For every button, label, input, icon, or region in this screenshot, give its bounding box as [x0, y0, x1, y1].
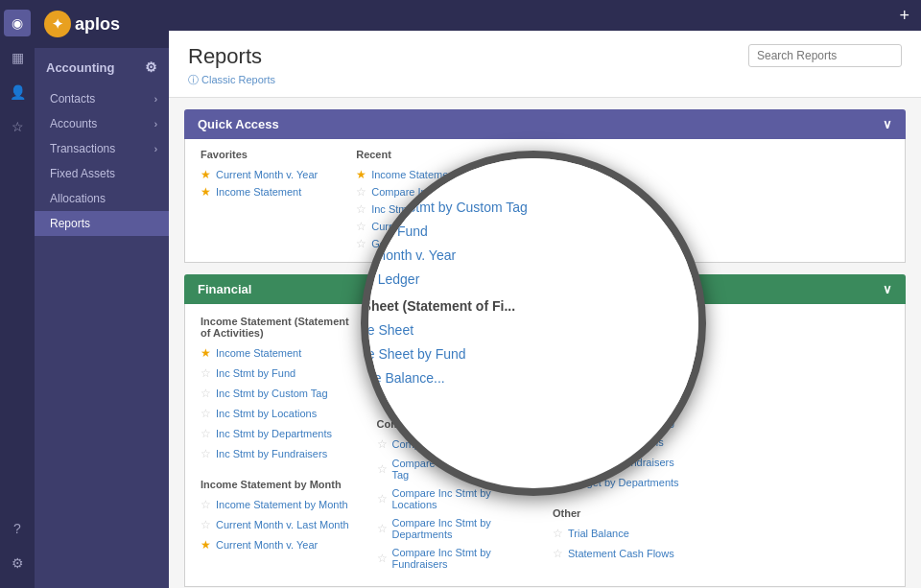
- star-icon[interactable]: ☆: [201, 366, 211, 380]
- report-link[interactable]: Inc Stmt by Fundraisers: [216, 448, 327, 459]
- list-item[interactable]: ☆Income Statement by Month: [201, 496, 362, 513]
- list-item[interactable]: ★ Current Month v. Year: [201, 166, 318, 183]
- report-link[interactable]: Balance Sheet: [392, 347, 461, 359]
- report-link[interactable]: Inc Stmt by Locations: [216, 408, 317, 419]
- star-icon[interactable]: ☆: [377, 437, 388, 451]
- add-icon[interactable]: +: [899, 6, 909, 26]
- star-icon[interactable]: ★: [356, 168, 366, 181]
- list-item[interactable]: ☆ General Ledger: [356, 235, 530, 252]
- report-link[interactable]: Budget by Custom Tag: [568, 416, 674, 428]
- list-item[interactable]: ★ Income Statement: [201, 183, 318, 200]
- list-item[interactable]: ☆Budget by Fund: [553, 393, 714, 411]
- star-icon[interactable]: ☆: [201, 387, 211, 400]
- report-link[interactable]: Year to Date: [568, 336, 626, 347]
- list-item[interactable]: ☆Trial Balance: [553, 525, 714, 542]
- report-link[interactable]: Inc Stmt by Departments: [216, 428, 332, 439]
- list-item[interactable]: ☆Inc Stmt by Fundraisers: [201, 445, 362, 462]
- star-icon[interactable]: ★: [201, 538, 211, 552]
- list-item[interactable]: ☆Current Month v. Last Month: [553, 353, 714, 370]
- report-link[interactable]: Income Statement by Month: [216, 499, 348, 510]
- star-icon[interactable]: ☆: [553, 415, 563, 429]
- gear-icon[interactable]: ⚙: [145, 59, 157, 75]
- report-link[interactable]: Compare Inc Stmt by Custom Tag: [392, 458, 538, 481]
- search-input[interactable]: [748, 44, 902, 67]
- star-icon[interactable]: ☆: [377, 522, 388, 535]
- star-icon[interactable]: ☆: [356, 185, 366, 199]
- report-link[interactable]: Current Month v. Year: [568, 376, 670, 388]
- report-link[interactable]: Income Statement: [371, 169, 457, 180]
- report-link[interactable]: Current Month v. Year: [216, 169, 318, 180]
- people-icon[interactable]: 👤: [4, 79, 31, 106]
- nav-item-fixed-assets[interactable]: Fixed Assets: [35, 161, 169, 186]
- classic-reports-link[interactable]: ⓘ Classic Reports: [188, 73, 275, 87]
- report-link[interactable]: Trial Balance: [568, 528, 629, 539]
- chart-icon[interactable]: ▦: [4, 44, 31, 71]
- star-icon[interactable]: ☆: [377, 492, 388, 506]
- report-link[interactable]: Budget by Departments: [568, 477, 679, 488]
- dashboard-icon[interactable]: ◉: [4, 10, 31, 36]
- report-link[interactable]: Inc Stmt by Fund: [371, 203, 451, 215]
- report-link[interactable]: Inc Stmt by Fund: [216, 367, 295, 379]
- report-link[interactable]: General Ledger: [371, 238, 444, 249]
- financial-header[interactable]: Financial ∨: [184, 274, 906, 304]
- list-item[interactable]: ☆Inc Stmt by Departments: [201, 425, 362, 442]
- star-icon[interactable]: ☆: [201, 498, 211, 511]
- nav-item-accounts[interactable]: Accounts ›: [35, 111, 169, 136]
- star-icon[interactable]: ☆: [377, 387, 388, 400]
- list-item[interactable]: ☆Year to Date: [553, 333, 714, 350]
- list-item[interactable]: ☆Compare Inc Stmt by Departments: [377, 515, 538, 542]
- list-item[interactable]: ☆ Inc Stmt by Fund: [356, 200, 530, 218]
- star-icon[interactable]: ☆: [553, 547, 563, 560]
- help-icon[interactable]: ?: [4, 515, 31, 542]
- report-link[interactable]: Statement Cash Flows: [568, 548, 674, 559]
- list-item[interactable]: ☆Compare Inc Stmt by Fundraisers: [377, 545, 538, 572]
- list-item[interactable]: ☆Budget by Fundraisers: [553, 454, 714, 471]
- list-item[interactable]: ☆Budget by Departments: [553, 474, 714, 491]
- star-icon[interactable]: ☆: [553, 375, 563, 388]
- list-item[interactable]: ★Current Month v. Year: [201, 536, 362, 553]
- list-item[interactable]: ☆Balance Sheet by Fund: [377, 365, 538, 382]
- list-item[interactable]: ☆Inc Stmt by Locations: [201, 405, 362, 422]
- nav-item-contacts[interactable]: Contacts ›: [35, 86, 169, 111]
- star-icon[interactable]: ☆: [356, 237, 366, 250]
- star-icon[interactable]: ☆: [553, 395, 563, 409]
- star-icon[interactable]: ☆: [201, 447, 211, 460]
- report-link[interactable]: Budget by Fund: [568, 396, 643, 408]
- star-icon[interactable]: ☆: [201, 407, 211, 420]
- star-icon[interactable]: ★: [377, 346, 388, 360]
- list-item[interactable]: ☆Current Month v. Last Month: [201, 516, 362, 533]
- star-icon[interactable]: ☆: [356, 220, 366, 233]
- settings-icon[interactable]: ⚙: [4, 550, 31, 576]
- list-item[interactable]: ☆Current Month v. Year: [553, 373, 714, 390]
- nav-item-allocations[interactable]: Allocations: [35, 186, 169, 211]
- quick-access-header[interactable]: Quick Access ∨: [184, 109, 906, 139]
- nav-item-transactions[interactable]: Transactions ›: [35, 136, 169, 161]
- star-icon[interactable]: ☆: [553, 476, 563, 489]
- list-item[interactable]: ☆ Current Month v. Year: [356, 218, 530, 235]
- star-icon[interactable]: ☆: [377, 366, 388, 380]
- report-link[interactable]: Balance Sheet by Fund: [392, 367, 502, 379]
- star-icon[interactable]: ☆: [553, 435, 563, 449]
- star-icon[interactable]: ★: [201, 346, 211, 360]
- report-link[interactable]: Budget by Locations: [568, 436, 664, 448]
- star-icon[interactable]: ☆: [201, 518, 211, 531]
- report-link[interactable]: Compare Inc Stmt by Custom Tag: [371, 186, 530, 198]
- nav-item-reports[interactable]: Reports: [35, 211, 169, 236]
- list-item[interactable]: ☆Compare Inc Stmt by Custom Tag: [377, 456, 538, 482]
- report-link[interactable]: Current Month v. Year: [216, 539, 318, 551]
- report-link[interactable]: Compare Inc Stmt by Fund: [392, 438, 518, 450]
- star-icon[interactable]: ★: [201, 185, 211, 199]
- report-link[interactable]: Income Statement: [216, 186, 301, 198]
- list-item[interactable]: ☆Budget by Locations: [553, 434, 714, 451]
- report-link[interactable]: Compare Balance...: [392, 388, 485, 399]
- list-item[interactable]: ☆Inc Stmt by Fund: [201, 365, 362, 382]
- report-link[interactable]: Current Month v. Last Month: [568, 356, 701, 367]
- list-item[interactable]: ☆Statement Cash Flows: [553, 545, 714, 562]
- report-link[interactable]: Compare Inc Stmt by Fundraisers: [392, 547, 538, 570]
- report-link[interactable]: Budget by Fundraisers: [568, 457, 674, 468]
- report-link[interactable]: Income Statement: [216, 347, 301, 359]
- list-item[interactable]: ★Income Statement: [201, 344, 362, 362]
- list-item[interactable]: ☆Compare Inc Stmt by Locations: [377, 485, 538, 512]
- star-icon[interactable]: ☆: [377, 462, 388, 476]
- star-icon[interactable]: ☆: [553, 335, 563, 348]
